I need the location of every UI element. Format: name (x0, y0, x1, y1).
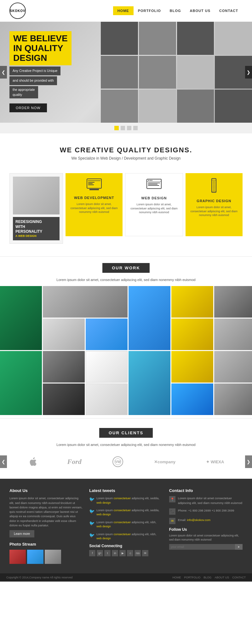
port-6[interactable] (43, 319, 85, 350)
dot-3[interactable] (127, 126, 131, 130)
social-music[interactable]: ♫ (127, 550, 133, 556)
portfolio-mosaic (0, 286, 252, 415)
port-1[interactable] (0, 286, 42, 350)
port-4[interactable] (171, 286, 213, 318)
contact-email-link[interactable]: info@skokov.com (187, 518, 210, 522)
footer-contact-title: Contact Info (169, 488, 243, 493)
photo-cell-3 (177, 22, 214, 55)
tweet-link-1[interactable]: consectetuer (114, 496, 131, 500)
social-connecting-title: Social Connecting (89, 544, 163, 548)
port-13[interactable] (129, 351, 170, 415)
contact-email-row: ✉ Email: info@skokov.com (169, 518, 243, 524)
subscribe-email-input[interactable] (169, 544, 235, 550)
nav-blog[interactable]: BLOG (165, 6, 186, 15)
hero-section: ❮ WE BELIEVE IN QUALITY DESIGN Any Creat… (0, 22, 252, 123)
social-googleplus[interactable]: g+ (97, 550, 103, 556)
dot-4[interactable] (133, 126, 138, 130)
port-17[interactable] (86, 383, 128, 415)
dot-2[interactable] (121, 126, 125, 130)
photo-cell-2 (139, 22, 176, 55)
hero-next-arrow[interactable]: ❯ (245, 66, 252, 79)
social-twitter[interactable]: t (104, 550, 111, 556)
nav-portfolio[interactable]: PORTFOLIO (134, 6, 165, 15)
service-redesign-sub: a web design (15, 234, 57, 238)
photo-cell-9 (101, 90, 138, 123)
follow-us-text: Lorem ipsum dolor sit amet consectetuer … (169, 534, 243, 542)
dot-1[interactable] (114, 126, 119, 130)
tweet-link-3[interactable]: consectetuer (114, 520, 131, 524)
hero-photo-grid (101, 22, 252, 123)
port-18[interactable] (171, 383, 213, 415)
footer-about-col: About Us Lorem ipsum dolor sit amet, con… (9, 488, 83, 564)
subscribe-button[interactable]: ➤ (235, 544, 243, 550)
port-16[interactable] (43, 383, 85, 415)
port-15[interactable] (214, 351, 252, 383)
footer-nav-blog[interactable]: BLOG (203, 576, 211, 579)
clients-prev-arrow[interactable]: ❮ (0, 455, 7, 468)
photo-cell-5 (101, 56, 138, 89)
port-10[interactable] (0, 351, 42, 415)
social-connecting: Social Connecting f g+ t in ▶ ♫ rss ✉ (89, 544, 163, 556)
port-9[interactable] (214, 319, 252, 350)
follow-us-title: Follow Us (169, 527, 243, 532)
svg-rect-12 (148, 184, 158, 184)
hero-prev-arrow[interactable]: ❮ (0, 66, 7, 79)
learn-more-button[interactable]: Learn more (9, 530, 34, 537)
order-now-button[interactable]: Order Now (9, 103, 47, 112)
port-5[interactable] (214, 286, 252, 318)
photo-thumb-2[interactable] (27, 550, 43, 564)
port-14[interactable] (171, 351, 213, 383)
svg-point-8 (150, 180, 151, 181)
photo-thumb-3[interactable] (45, 550, 61, 564)
svg-rect-13 (148, 185, 159, 186)
logo[interactable]: SKOKOV (9, 3, 26, 19)
hero-desc2: and should be provided with (9, 76, 57, 85)
svg-rect-5 (88, 184, 94, 185)
footer-tweets-title: Latest tweets (89, 488, 163, 493)
service-graphic: GRAPHIC DESIGN Lorem ipsum dolor sit ame… (186, 173, 243, 236)
service-webdesign: WEB DESIGN Lorem ipsum dolor sit amet, c… (125, 173, 183, 236)
tweet-link-4[interactable]: consectetuer (114, 532, 131, 536)
footer-about-title: About Us (9, 488, 83, 493)
svg-rect-4 (88, 183, 93, 184)
port-7[interactable] (86, 319, 128, 350)
photo-thumb-1[interactable] (9, 550, 26, 564)
service-webdev: WEB DEVELOPMENT Lorem ipsum dolor sit am… (66, 173, 123, 236)
footer-nav-contact[interactable]: CONTACT (232, 576, 246, 579)
tweet-weblink-4[interactable]: web design (96, 537, 111, 540)
tweet-1: 🐦 Lorem ipsum consectetuer adipiscing el… (89, 496, 163, 505)
svg-rect-11 (148, 183, 160, 183)
social-email[interactable]: ✉ (142, 550, 148, 556)
port-8[interactable] (171, 319, 213, 350)
client-vw: VW (112, 456, 123, 467)
clients-section: OUR CLIENTS Lorem ipsum dolor sit amet, … (0, 419, 252, 479)
footer-nav-home[interactable]: HOME (172, 576, 181, 579)
footer-nav-about[interactable]: ABOUT US (215, 576, 229, 579)
tweet-weblink-1[interactable]: web design (96, 501, 111, 504)
port-19[interactable] (214, 383, 252, 415)
tweet-link-2[interactable]: consectetuer (114, 508, 131, 512)
hero-content: WE BELIEVE IN QUALITY DESIGN Any Creativ… (0, 22, 94, 123)
social-rss[interactable]: rss (135, 550, 141, 556)
location-icon: 📍 (169, 496, 175, 502)
svg-rect-3 (88, 182, 94, 183)
port-2[interactable] (43, 286, 128, 318)
service-redesign-image (13, 177, 60, 214)
webdesign-desc: Lorem ipsum dolor sit amet, consectetuer… (129, 202, 179, 214)
tweet-weblink-3[interactable]: web design (96, 525, 111, 528)
nav-about[interactable]: ABOUT US (186, 6, 215, 15)
client-xcompany: ✕company (154, 460, 175, 464)
tweet-weblink-2[interactable]: web design (96, 513, 111, 516)
port-12[interactable] (86, 351, 128, 383)
social-youtube[interactable]: ▶ (119, 550, 126, 556)
svg-text:VW: VW (115, 460, 121, 464)
port-3[interactable] (129, 286, 170, 350)
clients-next-arrow[interactable]: ❯ (245, 455, 252, 468)
footer-nav-portfolio[interactable]: PORTFOLIO (184, 576, 200, 579)
graphic-icon (208, 178, 220, 196)
port-11[interactable] (43, 351, 85, 383)
nav-contact[interactable]: CONTACT (215, 6, 243, 15)
social-facebook[interactable]: f (89, 550, 95, 556)
nav-home[interactable]: HOME (113, 6, 134, 15)
social-linkedin[interactable]: in (112, 550, 118, 556)
